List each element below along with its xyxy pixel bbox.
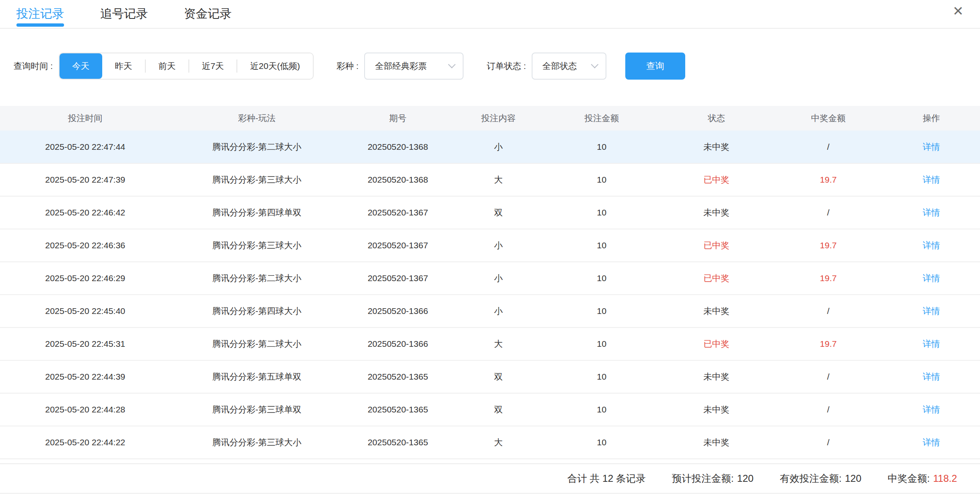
tab[interactable]: 投注记录: [16, 0, 64, 28]
tab[interactable]: 追号记录: [100, 0, 148, 28]
time-range-option[interactable]: 前天: [146, 53, 188, 79]
game-play: 腾讯分分彩-第三球大小: [170, 163, 343, 196]
bet-time: 2025-05-20 22:45:40: [0, 295, 170, 328]
bet-time: 2025-05-20 22:47:44: [0, 131, 170, 163]
prize-amount: /: [774, 295, 883, 328]
prize-amount: /: [774, 393, 883, 426]
action-cell: 详情: [883, 426, 980, 459]
table-row: 2025-05-20 22:47:39腾讯分分彩-第三球大小20250520-1…: [0, 163, 980, 196]
time-filter-label: 查询时间 :: [14, 60, 53, 72]
chevron-down-icon: [591, 61, 598, 68]
bet-time: 2025-05-20 22:44:28: [0, 393, 170, 426]
status-badge: 已中奖: [659, 163, 774, 196]
summary-bar: 合计 共 12 条记录预计投注金额:120有效投注金额:120中奖金额:118.…: [0, 463, 980, 494]
chevron-down-icon: [448, 61, 456, 68]
detail-link[interactable]: 详情: [923, 372, 940, 381]
column-header: 中奖金额: [774, 106, 883, 131]
bet-content: 大: [452, 328, 544, 360]
bet-time: 2025-05-20 22:45:31: [0, 328, 170, 360]
detail-link[interactable]: 详情: [923, 273, 940, 283]
table-row: 2025-05-20 22:44:28腾讯分分彩-第三球单双20250520-1…: [0, 393, 980, 426]
game-play: 腾讯分分彩-第二球大小: [170, 262, 343, 295]
summary-value: 120: [737, 473, 753, 484]
detail-link[interactable]: 详情: [923, 306, 940, 316]
status-badge: 未中奖: [659, 295, 774, 328]
issue-number: 20250520-1367: [343, 196, 452, 229]
game-play: 腾讯分分彩-第四球大小: [170, 295, 343, 328]
lottery-select[interactable]: 全部经典彩票: [364, 53, 464, 80]
action-cell: 详情: [883, 163, 980, 196]
game-play: 腾讯分分彩-第二球大小: [170, 328, 343, 360]
detail-link[interactable]: 详情: [923, 240, 940, 250]
bet-amount: 10: [544, 131, 659, 163]
status-badge: 已中奖: [659, 328, 774, 360]
time-range-option[interactable]: 近20天(低频): [237, 53, 312, 79]
bet-time: 2025-05-20 22:46:29: [0, 262, 170, 295]
bet-time: 2025-05-20 22:44:39: [0, 360, 170, 393]
tab-list: 投注记录追号记录资金记录: [16, 0, 268, 28]
detail-link[interactable]: 详情: [923, 339, 940, 348]
bet-content: 双: [452, 360, 544, 393]
column-header: 投注时间: [0, 106, 170, 131]
summary-label: 中奖金额:: [888, 472, 930, 485]
bet-content: 双: [452, 196, 544, 229]
game-play: 腾讯分分彩-第四球单双: [170, 196, 343, 229]
bet-amount: 10: [544, 426, 659, 459]
summary-item: 中奖金额:118.2: [888, 472, 957, 485]
issue-number: 20250520-1368: [343, 131, 452, 163]
close-icon[interactable]: ✕: [952, 0, 964, 22]
time-range-option[interactable]: 昨天: [102, 53, 145, 79]
issue-number: 20250520-1366: [343, 328, 452, 360]
column-header: 操作: [883, 106, 980, 131]
detail-link[interactable]: 详情: [923, 208, 940, 217]
issue-number: 20250520-1365: [343, 393, 452, 426]
bet-amount: 10: [544, 163, 659, 196]
status-badge: 未中奖: [659, 131, 774, 163]
action-cell: 详情: [883, 196, 980, 229]
bet-content: 双: [452, 393, 544, 426]
action-cell: 详情: [883, 360, 980, 393]
bet-amount: 10: [544, 295, 659, 328]
bet-amount: 10: [544, 262, 659, 295]
detail-link[interactable]: 详情: [923, 405, 940, 414]
column-header: 状态: [659, 106, 774, 131]
issue-number: 20250520-1366: [343, 295, 452, 328]
game-play: 腾讯分分彩-第五球单双: [170, 360, 343, 393]
column-header: 期号: [343, 106, 452, 131]
status-badge: 未中奖: [659, 360, 774, 393]
table-row: 2025-05-20 22:44:22腾讯分分彩-第三球大小20250520-1…: [0, 426, 980, 459]
order-status-select[interactable]: 全部状态: [532, 53, 606, 80]
summary-total-count: 合计 共 12 条记录: [567, 472, 646, 485]
bet-time: 2025-05-20 22:47:39: [0, 163, 170, 196]
issue-number: 20250520-1367: [343, 229, 452, 262]
bet-time: 2025-05-20 22:46:42: [0, 196, 170, 229]
order-status-select-value: 全部状态: [542, 60, 577, 72]
issue-number: 20250520-1367: [343, 262, 452, 295]
detail-link[interactable]: 详情: [923, 175, 940, 184]
time-range-option[interactable]: 近7天: [189, 53, 237, 79]
lottery-select-value: 全部经典彩票: [375, 60, 427, 72]
status-badge: 未中奖: [659, 393, 774, 426]
table-row: 2025-05-20 22:45:31腾讯分分彩-第二球大小20250520-1…: [0, 328, 980, 360]
action-cell: 详情: [883, 328, 980, 360]
detail-link[interactable]: 详情: [923, 437, 940, 447]
tab[interactable]: 资金记录: [184, 0, 232, 28]
table-row: 2025-05-20 22:47:44腾讯分分彩-第二球大小20250520-1…: [0, 131, 980, 163]
bet-amount: 10: [544, 360, 659, 393]
bet-content: 小: [452, 229, 544, 262]
column-header: 投注内容: [452, 106, 544, 131]
summary-label: 有效投注金额:: [780, 472, 842, 485]
table-row: 2025-05-20 22:46:42腾讯分分彩-第四球单双20250520-1…: [0, 196, 980, 229]
detail-link[interactable]: 详情: [923, 142, 940, 151]
game-play: 腾讯分分彩-第三球大小: [170, 229, 343, 262]
summary-item: 预计投注金额:120: [672, 472, 754, 485]
prize-amount: 19.7: [774, 328, 883, 360]
search-button[interactable]: 查询: [625, 53, 685, 80]
summary-item: 有效投注金额:120: [780, 472, 861, 485]
time-range-option[interactable]: 今天: [60, 53, 102, 79]
status-badge: 未中奖: [659, 426, 774, 459]
column-header: 彩种-玩法: [170, 106, 343, 131]
status-badge: 已中奖: [659, 229, 774, 262]
summary-label: 预计投注金额:: [672, 472, 734, 485]
bet-content: 大: [452, 163, 544, 196]
